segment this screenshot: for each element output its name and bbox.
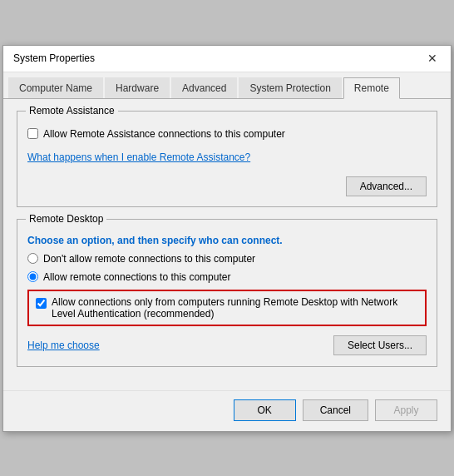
- nla-checkbox[interactable]: [36, 298, 47, 309]
- remote-desktop-label: Remote Desktop: [26, 213, 106, 225]
- choose-bold: Choose an option: [27, 235, 111, 246]
- tab-hardware[interactable]: Hardware: [105, 77, 170, 98]
- allow-remote-assistance-checkbox[interactable]: [27, 128, 38, 139]
- allow-radio[interactable]: [27, 271, 38, 282]
- choose-rest: , and then specify who can connect.: [111, 235, 282, 246]
- dont-allow-label: Don't allow remote connections to this c…: [43, 253, 255, 265]
- tab-computer-name[interactable]: Computer Name: [8, 77, 103, 98]
- apply-button[interactable]: Apply: [375, 399, 437, 421]
- nla-checkbox-box: Allow connections only from computers ru…: [27, 290, 427, 326]
- dont-allow-radio[interactable]: [27, 253, 38, 264]
- advanced-btn-row: Advanced...: [27, 176, 427, 196]
- tab-remote[interactable]: Remote: [343, 77, 400, 99]
- bottom-row: Help me choose Select Users...: [27, 335, 427, 356]
- remote-desktop-group: Remote Desktop Choose an option, and the…: [17, 219, 437, 367]
- tab-advanced[interactable]: Advanced: [171, 77, 237, 98]
- tab-bar: Computer Name Hardware Advanced System P…: [3, 72, 451, 99]
- cancel-button[interactable]: Cancel: [303, 399, 368, 421]
- title-bar: System Properties ✕: [3, 46, 451, 72]
- remote-assistance-link[interactable]: What happens when I enable Remote Assist…: [27, 151, 250, 163]
- system-properties-window: System Properties ✕ Computer Name Hardwa…: [2, 45, 452, 432]
- tab-system-protection[interactable]: System Protection: [239, 77, 341, 98]
- allow-radio-row: Allow remote connections to this compute…: [27, 271, 427, 283]
- close-button[interactable]: ✕: [424, 50, 441, 67]
- allow-remote-assistance-text: Allow Remote Assistance connections to t…: [43, 128, 285, 140]
- advanced-button[interactable]: Advanced...: [346, 176, 427, 196]
- ok-button[interactable]: OK: [234, 399, 296, 421]
- select-users-button[interactable]: Select Users...: [333, 335, 427, 355]
- dialog-button-row: OK Cancel Apply: [3, 390, 451, 431]
- allow-label: Allow remote connections to this compute…: [43, 271, 230, 283]
- nla-label: Allow connections only from computers ru…: [52, 296, 418, 320]
- tab-content: Remote Assistance Allow Remote Assistanc…: [3, 99, 451, 390]
- allow-remote-assistance-row: Allow Remote Assistance connections to t…: [27, 128, 427, 140]
- window-title: System Properties: [13, 52, 95, 64]
- remote-assistance-label: Remote Assistance: [26, 105, 118, 117]
- dont-allow-radio-row: Don't allow remote connections to this c…: [27, 253, 427, 265]
- help-me-choose-link[interactable]: Help me choose: [27, 340, 100, 351]
- remote-assistance-group: Remote Assistance Allow Remote Assistanc…: [17, 111, 437, 207]
- choose-option-text: Choose an option, and then specify who c…: [27, 235, 427, 246]
